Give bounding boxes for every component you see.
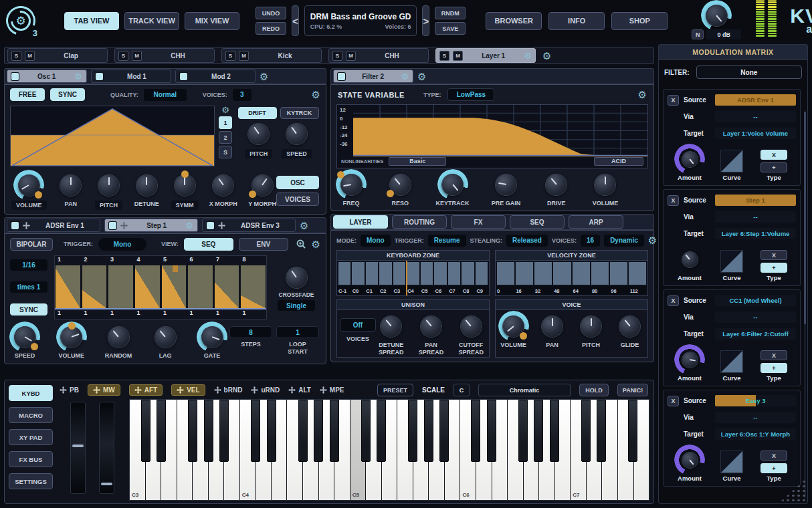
- vel-toggle[interactable]: VEL: [171, 384, 205, 396]
- master-volume-knob[interactable]: [703, 2, 730, 29]
- solo-button[interactable]: S: [332, 51, 342, 61]
- mute-button[interactable]: M: [25, 51, 35, 61]
- mod2-enable-checkbox[interactable]: [180, 73, 187, 80]
- amount-knob[interactable]: [676, 447, 703, 473]
- zone-segment[interactable]: [534, 262, 552, 285]
- zone-segment[interactable]: [338, 262, 350, 285]
- osc1-enable-checkbox[interactable]: [11, 73, 19, 80]
- knob-pan-spread[interactable]: [418, 313, 445, 340]
- browser-button[interactable]: BROWSER: [486, 12, 542, 30]
- mod-source-select[interactable]: Easy 3: [715, 395, 796, 406]
- trigger-select[interactable]: Mono: [98, 238, 146, 251]
- layer-tab-layer1[interactable]: S M Layer 1 ⚙: [435, 48, 536, 63]
- filter-gear-icon[interactable]: ⚙: [638, 90, 647, 100]
- matrix-filter-select[interactable]: None: [696, 66, 802, 79]
- tab-layer[interactable]: LAYER: [333, 215, 388, 229]
- pitch-bend-wheel[interactable]: [70, 402, 86, 494]
- normalize-button[interactable]: N: [692, 29, 704, 39]
- zoom-icon[interactable]: [296, 239, 306, 249]
- zone-segment[interactable]: [591, 262, 609, 285]
- preset-display[interactable]: DRM Bass and Groove GD CPU: 6.2 % Voices…: [304, 5, 417, 36]
- piano-key-black[interactable]: [204, 400, 213, 462]
- layer-tab-chh2[interactable]: S M CHH: [328, 48, 429, 63]
- zone-segment[interactable]: [366, 262, 378, 285]
- zone-segment[interactable]: [448, 262, 460, 285]
- track-view-button[interactable]: TRACK VIEW: [124, 12, 179, 30]
- zone-segment[interactable]: [393, 262, 405, 285]
- tab-mod1[interactable]: Mod 1: [91, 70, 171, 83]
- tab-arp[interactable]: ARP: [569, 215, 623, 229]
- piano-key-black[interactable]: [251, 400, 260, 462]
- zone-segment[interactable]: [421, 262, 433, 285]
- knob-pitch[interactable]: [578, 313, 605, 340]
- mute-button[interactable]: M: [239, 51, 249, 61]
- knob-glide[interactable]: [617, 313, 643, 340]
- layer-tab-clap[interactable]: S M Clap: [7, 48, 108, 63]
- layer-voices-select[interactable]: 16: [581, 235, 600, 247]
- piano-key-black[interactable]: [628, 400, 637, 462]
- zone-segment[interactable]: [573, 262, 590, 285]
- zone-segment[interactable]: [553, 262, 571, 285]
- mode-select[interactable]: Mono: [361, 235, 391, 247]
- tab-seq[interactable]: SEQ: [510, 215, 565, 229]
- zone-segment[interactable]: [476, 262, 488, 285]
- mute-button[interactable]: M: [132, 51, 142, 61]
- kytrck-button[interactable]: KYTRCK: [280, 107, 319, 119]
- solo-button[interactable]: S: [118, 51, 128, 61]
- piano-key-black[interactable]: [550, 400, 559, 462]
- alt-toggle[interactable]: ALT: [288, 386, 311, 394]
- layer-tab-kick[interactable]: S M Kick: [221, 48, 322, 63]
- knob-symm[interactable]: [171, 172, 198, 199]
- mix-view-button[interactable]: MIX VIEW: [185, 12, 239, 30]
- rate-select[interactable]: 1/16: [10, 259, 47, 271]
- tab-adsr-env1[interactable]: ADSR Env 1: [7, 219, 100, 232]
- piano-key-black[interactable]: [534, 400, 543, 462]
- piano-key-black[interactable]: [439, 400, 449, 462]
- mod1-enable-checkbox[interactable]: [96, 73, 103, 80]
- knob-volume[interactable]: [592, 171, 619, 198]
- piano-key-black[interactable]: [377, 400, 386, 462]
- type-multiply-button[interactable]: X: [760, 150, 787, 160]
- remove-slot-button[interactable]: X: [668, 95, 679, 106]
- adsr1-enable-checkbox[interactable]: [11, 222, 19, 229]
- scale-select[interactable]: Chromatic: [478, 384, 571, 396]
- zone-segment[interactable]: [352, 262, 364, 285]
- amount-knob[interactable]: [676, 346, 703, 373]
- curve-icon[interactable]: [720, 350, 743, 373]
- fx-bus-button[interactable]: FX BUS: [9, 451, 53, 467]
- knob-control[interactable]: [703, 2, 730, 29]
- tab-adsr-env3[interactable]: ADSR Env 3: [202, 219, 296, 232]
- piano-key-black[interactable]: [330, 400, 339, 462]
- filter2-gear-icon[interactable]: ⚙: [401, 72, 409, 81]
- piano-key-black[interactable]: [518, 400, 528, 462]
- knob-pre-gain[interactable]: [493, 171, 520, 198]
- seq-gear-icon[interactable]: ⚙: [312, 239, 320, 249]
- step-cell-5[interactable]: [162, 265, 187, 308]
- knob-pan[interactable]: [58, 172, 84, 199]
- type-add-button[interactable]: +: [760, 463, 787, 473]
- loop-start-select[interactable]: 1: [276, 326, 319, 338]
- knob-gate[interactable]: [199, 324, 225, 350]
- save-button[interactable]: SAVE: [435, 22, 466, 35]
- knob-pan[interactable]: [539, 313, 566, 340]
- step-cell-1[interactable]: [56, 265, 80, 308]
- knob-control[interactable]: [676, 246, 703, 273]
- voices-view-button[interactable]: VOICES: [276, 193, 319, 206]
- mw-wheel-toggle[interactable]: MW: [88, 384, 120, 396]
- filter-type-select[interactable]: LowPass: [447, 88, 494, 101]
- prev-preset-button[interactable]: <: [292, 5, 299, 36]
- shop-button[interactable]: SHOP: [611, 12, 668, 30]
- knob-control[interactable]: [283, 264, 310, 291]
- knob-drive[interactable]: [543, 171, 570, 198]
- piano-key-black[interactable]: [487, 400, 496, 462]
- times-select[interactable]: times 1: [10, 281, 47, 293]
- drift-button[interactable]: DRIFT: [238, 107, 277, 119]
- keyboard-zone[interactable]: KEYBOARD ZONE C-1C0C1C2C3C4C5C6C7C8C9: [336, 250, 490, 296]
- zone-segment[interactable]: [407, 262, 419, 285]
- filter-response-display[interactable]: 120 -12-24 -36: [336, 104, 648, 168]
- knob-control[interactable]: [676, 447, 703, 473]
- piano-keyboard[interactable]: C3C4C5C6C7: [129, 399, 649, 501]
- mute-button[interactable]: M: [453, 51, 463, 61]
- knob-speed[interactable]: [283, 120, 310, 147]
- unison-voices-select[interactable]: Off: [340, 318, 376, 332]
